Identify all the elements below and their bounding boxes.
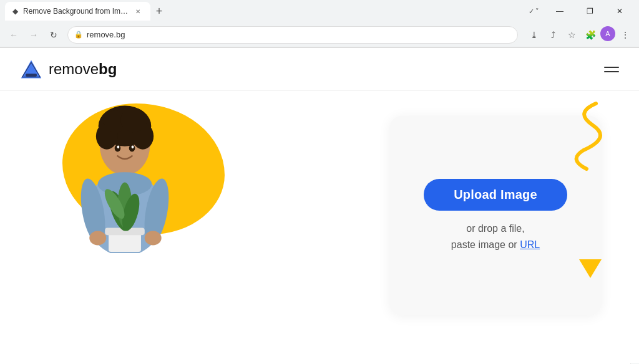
site-header: removebg xyxy=(0,48,639,91)
squiggle-decoration xyxy=(562,97,605,172)
svg-point-24 xyxy=(117,145,120,148)
hero-text: Remove Image Background 100% Automatical… xyxy=(25,253,377,363)
tab-title: Remove Background from Im… xyxy=(23,7,128,16)
hamburger-menu[interactable] xyxy=(604,67,619,72)
browser-chrome: ◆ Remove Background from Im… ✕ + ✓ ˅ — ❐… xyxy=(0,0,639,48)
url-link[interactable]: URL xyxy=(520,239,540,250)
hero-image xyxy=(25,97,250,253)
toolbar-actions: ⤓ ⤴ ☆ 🧩 A ⋮ xyxy=(525,26,634,44)
logo[interactable]: removebg xyxy=(20,58,117,80)
forward-button[interactable]: → xyxy=(25,26,42,44)
tab-favicon: ◆ xyxy=(12,7,18,16)
menu-icon[interactable]: ⋮ xyxy=(617,26,634,44)
drop-text: or drop a file, paste image or URL xyxy=(451,221,540,252)
triangle-decoration xyxy=(579,259,602,278)
page-content: removebg xyxy=(0,48,639,363)
hero-right: Upload Image or drop a file, paste image… xyxy=(377,91,614,315)
browser-toolbar: ← → ↻ 🔒 remove.bg ⤓ ⤴ ☆ 🧩 A ⋮ xyxy=(0,22,639,47)
address-bar[interactable]: 🔒 remove.bg xyxy=(67,26,518,44)
window-controls: ✓ ˅ — ❐ ✕ xyxy=(529,0,634,22)
svg-point-15 xyxy=(145,231,162,245)
share-icon[interactable]: ⤴ xyxy=(544,26,562,44)
logo-icon xyxy=(20,58,42,80)
svg-point-9 xyxy=(120,108,147,132)
svg-rect-2 xyxy=(26,74,37,77)
person-illustration xyxy=(59,97,190,253)
paste-text: paste image or URL xyxy=(451,237,540,253)
cast-icon[interactable]: ⤓ xyxy=(525,26,543,44)
lock-icon: 🔒 xyxy=(74,31,83,39)
logo-text: removebg xyxy=(49,60,117,78)
svg-point-25 xyxy=(132,145,134,148)
minimize-button[interactable]: — xyxy=(545,0,574,22)
upload-button[interactable]: Upload Image xyxy=(424,179,567,211)
close-button[interactable]: ✕ xyxy=(605,0,634,22)
url-text: remove.bg xyxy=(87,30,125,39)
back-button[interactable]: ← xyxy=(5,26,22,44)
tab-close-button[interactable]: ✕ xyxy=(133,6,143,16)
extensions-icon[interactable]: 🧩 xyxy=(582,26,599,44)
reload-button[interactable]: ↻ xyxy=(45,26,62,44)
hero-left: Remove Image Background 100% Automatical… xyxy=(25,91,377,363)
active-tab[interactable]: ◆ Remove Background from Im… ✕ xyxy=(5,2,150,21)
svg-point-14 xyxy=(89,231,106,245)
bookmark-icon[interactable]: ☆ xyxy=(563,26,580,44)
maximize-button[interactable]: ❐ xyxy=(575,0,604,22)
profile-icon[interactable]: A xyxy=(600,26,615,41)
new-tab-button[interactable]: + xyxy=(150,2,168,20)
hero-section: Remove Image Background 100% Automatical… xyxy=(0,91,639,363)
